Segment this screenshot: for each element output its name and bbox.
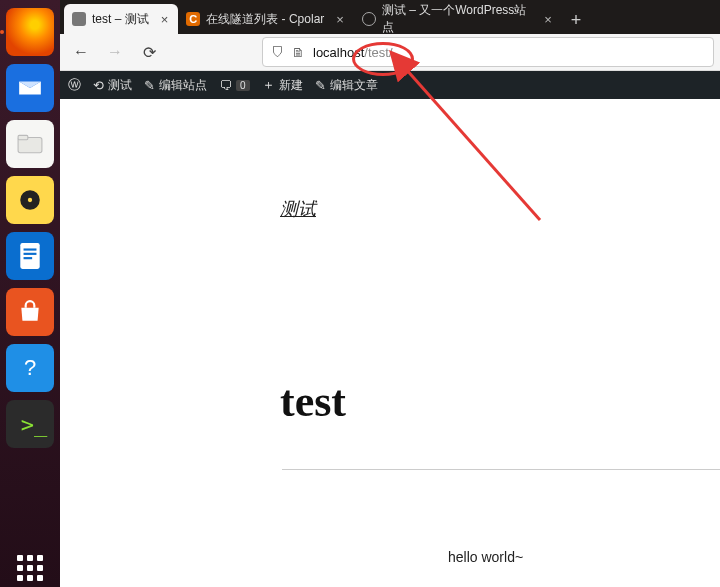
ubuntu-dock: ? >_ — [0, 0, 60, 587]
page-info-icon[interactable]: 🗎 — [292, 45, 305, 60]
url-bar[interactable]: ⛉ 🗎 localhost/test/ — [262, 37, 714, 67]
shield-icon: ⛉ — [271, 45, 284, 60]
post-body: hello world~ — [448, 549, 523, 565]
tab-close-icon[interactable]: × — [544, 12, 552, 27]
svg-rect-1 — [18, 135, 28, 139]
tab-1[interactable]: C 在线隧道列表 - Cpolar × — [178, 4, 354, 34]
cpolar-icon: C — [186, 12, 200, 26]
tab-2[interactable]: 测试 – 又一个WordPress站点 × — [354, 4, 562, 34]
wp-new[interactable]: ＋新建 — [262, 76, 303, 94]
svg-rect-4 — [20, 243, 39, 269]
wp-logo[interactable]: ⓦ — [68, 76, 81, 94]
dock-app-software[interactable] — [6, 288, 54, 336]
site-title-link[interactable]: 测试 — [280, 197, 316, 221]
url-text: localhost/test/ — [313, 45, 393, 60]
tab-label: 在线隧道列表 - Cpolar — [206, 11, 324, 28]
browser-window: test – 测试 × C 在线隧道列表 - Cpolar × 测试 – 又一个… — [60, 0, 720, 587]
dock-app-files[interactable] — [6, 120, 54, 168]
svg-rect-7 — [24, 257, 33, 259]
wordpress-icon — [362, 12, 376, 26]
wp-comments[interactable]: 🗨0 — [219, 78, 250, 93]
dock-apps-button[interactable] — [0, 555, 60, 581]
new-tab-button[interactable]: + — [562, 6, 590, 34]
reload-button[interactable]: ⟳ — [134, 37, 164, 67]
svg-rect-6 — [24, 253, 37, 255]
post-title: test — [280, 376, 346, 427]
wp-dashboard[interactable]: ⟲测试 — [93, 77, 132, 94]
dock-app-help[interactable]: ? — [6, 344, 54, 392]
wp-admin-bar: ⓦ ⟲测试 ✎编辑站点 🗨0 ＋新建 ✎编辑文章 — [60, 71, 720, 99]
browser-toolbar: ← → ⟳ ⛉ 🗎 localhost/test/ — [60, 34, 720, 71]
svg-point-3 — [28, 198, 32, 202]
dock-app-libreoffice[interactable] — [6, 232, 54, 280]
globe-icon — [72, 12, 86, 26]
tab-close-icon[interactable]: × — [161, 12, 169, 27]
tab-label: 测试 – 又一个WordPress站点 — [382, 2, 532, 36]
wp-edit-post[interactable]: ✎编辑文章 — [315, 77, 378, 94]
tab-strip: test – 测试 × C 在线隧道列表 - Cpolar × 测试 – 又一个… — [60, 0, 720, 34]
tab-close-icon[interactable]: × — [336, 12, 344, 27]
dock-app-firefox[interactable] — [6, 8, 54, 56]
back-button[interactable]: ← — [66, 37, 96, 67]
tab-label: test – 测试 — [92, 11, 149, 28]
wp-customize[interactable]: ✎编辑站点 — [144, 77, 207, 94]
dock-app-rhythmbox[interactable] — [6, 176, 54, 224]
divider — [282, 469, 720, 470]
page-content: 测试 test hello world~ — [60, 99, 720, 587]
dock-app-terminal[interactable]: >_ — [6, 400, 54, 448]
dock-app-thunderbird[interactable] — [6, 64, 54, 112]
tab-0[interactable]: test – 测试 × — [64, 4, 178, 34]
svg-rect-5 — [24, 248, 37, 250]
forward-button: → — [100, 37, 130, 67]
